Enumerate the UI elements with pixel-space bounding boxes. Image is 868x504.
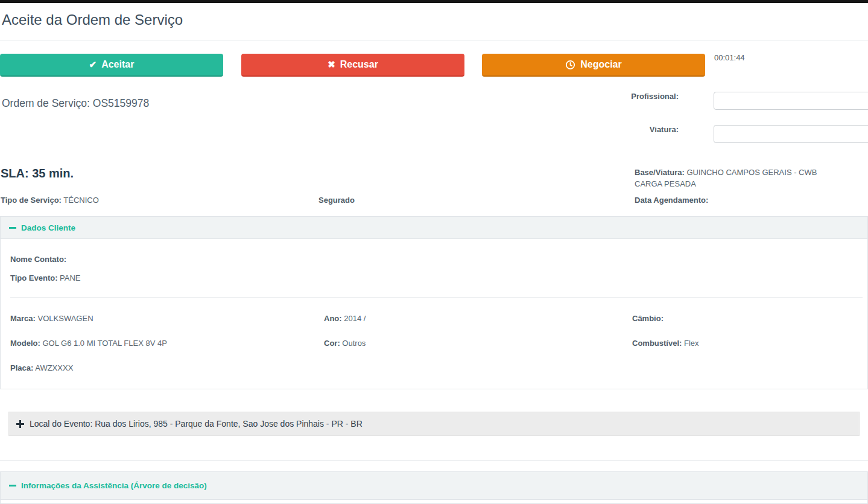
cor-value: Outros <box>342 339 366 348</box>
countdown-timer: 00:01:44 <box>714 53 745 62</box>
marca-label: Marca: <box>10 314 36 323</box>
tipo-evento-label: Tipo Evento: <box>10 273 57 282</box>
order-number-line: Ordem de Serviço: OS5159978 <box>2 97 149 110</box>
local-evento-collapsible[interactable]: Local do Evento: Rua dos Lirios, 985 - P… <box>8 412 860 436</box>
base-viatura-line: Base/Viatura: GUINCHO CAMPOS GERAIS - CW… <box>635 167 837 190</box>
ano-label: Ano: <box>324 314 342 323</box>
cambio-label: Câmbio: <box>632 314 664 323</box>
modelo-label: Modelo: <box>10 339 40 348</box>
assistencia-panel: Informações da Assistência (Árvore de de… <box>0 471 868 504</box>
modelo-value: GOL G6 1.0 MI TOTAL FLEX 8V 4P <box>42 339 166 348</box>
x-icon: ✖ <box>328 59 335 70</box>
cor-label: Cor: <box>324 339 340 348</box>
assistencia-title: Informações da Assistência (Árvore de de… <box>21 481 207 490</box>
placa-label: Placa: <box>10 363 33 372</box>
page-title: Aceite da Ordem de Serviço <box>2 11 183 28</box>
expand-plus-icon <box>16 420 24 428</box>
ano-value: 2014 / <box>344 314 366 323</box>
profissional-label: Profissional: <box>574 92 679 101</box>
profissional-input[interactable] <box>714 92 868 110</box>
accept-button-label: Aceitar <box>101 59 134 70</box>
refuse-button[interactable]: ✖ Recusar <box>241 54 464 77</box>
placa-value: AWZXXXX <box>35 363 73 372</box>
tipo-servico-label: Tipo de Serviço: <box>1 196 62 205</box>
section-divider <box>0 460 868 461</box>
marca-line: Marca: VOLKSWAGEN <box>10 314 93 323</box>
tipo-evento-value: PANE <box>60 273 80 282</box>
local-evento-text: Local do Evento: Rua dos Lirios, 985 - P… <box>30 419 363 429</box>
refuse-button-label: Recusar <box>340 59 378 70</box>
dados-cliente-panel: Dados Cliente Nome Contato: Tipo Evento:… <box>0 216 868 389</box>
negotiate-button[interactable]: Negociar <box>482 54 705 77</box>
cambio-line: Câmbio: <box>632 314 664 323</box>
dados-cliente-title: Dados Cliente <box>21 223 75 232</box>
title-divider <box>0 40 868 40</box>
cor-line: Cor: Outros <box>324 339 366 348</box>
clock-icon <box>565 60 575 70</box>
data-agendamento-label: Data Agendamento: <box>635 196 708 205</box>
combustivel-label: Combustível: <box>632 339 682 348</box>
combustivel-value: Flex <box>684 339 699 348</box>
collapse-minus-icon <box>9 485 16 486</box>
tipo-servico-value: TÉCNICO <box>63 196 99 205</box>
check-icon: ✔ <box>89 59 97 70</box>
local-evento-value: Rua dos Lirios, 985 - Parque da Fonte, S… <box>95 419 363 429</box>
top-border-bar <box>0 0 868 3</box>
placa-line: Placa: AWZXXXX <box>10 363 73 372</box>
tipo-evento-line: Tipo Evento: PANE <box>10 273 81 282</box>
segurado-label: Segurado <box>318 196 355 205</box>
sla-text: SLA: 35 min. <box>1 167 74 180</box>
collapse-minus-icon <box>9 227 16 229</box>
base-viatura-label: Base/Viatura: <box>635 168 685 177</box>
combustivel-line: Combustível: Flex <box>632 339 699 348</box>
service-order-accept-page: Aceite da Ordem de Serviço ✔ Aceitar ✖ R… <box>0 0 868 504</box>
order-number-value: OS5159978 <box>93 97 149 109</box>
negotiate-button-label: Negociar <box>580 59 621 70</box>
nome-contato-label: Nome Contato: <box>10 255 66 264</box>
data-agendamento-line: Data Agendamento: <box>635 196 708 205</box>
local-evento-label: Local do Evento: <box>30 419 92 429</box>
accept-button[interactable]: ✔ Aceitar <box>0 54 223 77</box>
ano-line: Ano: 2014 / <box>324 314 366 323</box>
viatura-input[interactable] <box>714 125 868 143</box>
viatura-label: Viatura: <box>574 125 679 134</box>
order-number-label: Ordem de Serviço: <box>2 97 90 109</box>
tipo-servico-line: Tipo de Serviço: TÉCNICO <box>1 196 99 205</box>
assistencia-header[interactable]: Informações da Assistência (Árvore de de… <box>1 472 867 500</box>
dados-cliente-header[interactable]: Dados Cliente <box>1 217 867 239</box>
nome-contato-line: Nome Contato: <box>10 255 66 264</box>
client-vehicle-divider <box>10 297 863 298</box>
modelo-line: Modelo: GOL G6 1.0 MI TOTAL FLEX 8V 4P <box>10 339 167 348</box>
marca-value: VOLKSWAGEN <box>38 314 93 323</box>
